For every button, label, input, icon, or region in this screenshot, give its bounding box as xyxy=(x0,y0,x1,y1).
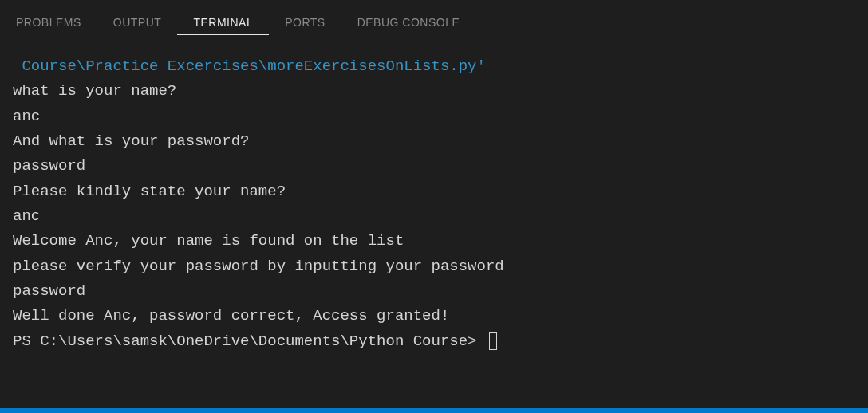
panel-tab-bar: PROBLEMS OUTPUT TERMINAL PORTS DEBUG CON… xyxy=(0,0,868,38)
tab-ports[interactable]: PORTS xyxy=(269,10,341,35)
terminal-line: password xyxy=(13,279,855,304)
terminal-line: what is your name? xyxy=(13,79,855,104)
terminal-line: anc xyxy=(13,104,855,129)
tab-problems[interactable]: PROBLEMS xyxy=(0,10,97,35)
terminal-prompt-line: PS C:\Users\samsk\OneDrive\Documents\Pyt… xyxy=(13,329,855,354)
tab-terminal[interactable]: TERMINAL xyxy=(177,10,269,35)
status-bar[interactable] xyxy=(0,408,868,413)
terminal-line: Well done Anc, password correct, Access … xyxy=(13,304,855,328)
terminal-line: password xyxy=(13,154,855,179)
terminal-path-line: Course\Practice Excercises\moreExercises… xyxy=(13,54,855,79)
terminal-line: please verify your password by inputting… xyxy=(13,254,855,279)
terminal-output[interactable]: Course\Practice Excercises\moreExercises… xyxy=(0,38,868,354)
tab-output[interactable]: OUTPUT xyxy=(97,10,178,35)
tab-debug-console[interactable]: DEBUG CONSOLE xyxy=(341,10,476,35)
terminal-line: And what is your password? xyxy=(13,129,855,154)
terminal-line: Please kindly state your name? xyxy=(13,179,855,204)
terminal-line: Welcome Anc, your name is found on the l… xyxy=(13,229,855,254)
terminal-line: anc xyxy=(13,204,855,229)
terminal-prompt: PS C:\Users\samsk\OneDrive\Documents\Pyt… xyxy=(13,329,486,354)
terminal-cursor xyxy=(489,332,497,350)
